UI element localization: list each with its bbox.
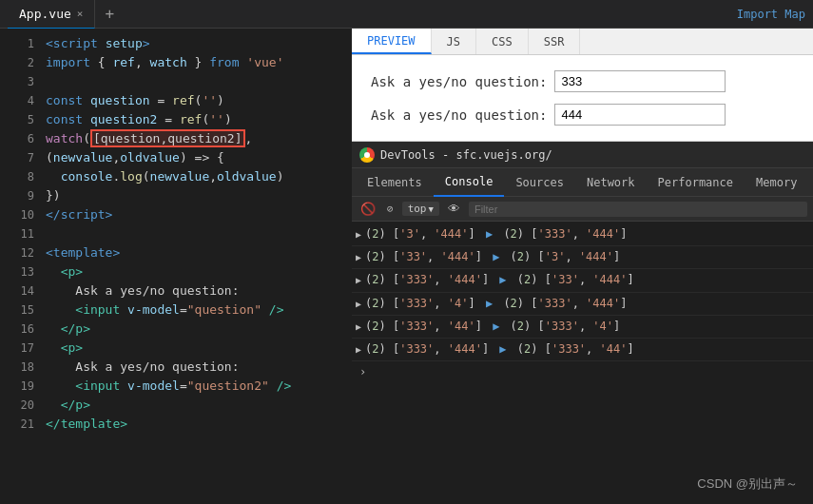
- line-num: 2: [8, 53, 34, 71]
- console-text: (2) ['33', '444'] ▶ (2) ['3', '444']: [365, 248, 620, 266]
- code-lines: 1 <script setup> 2 import { ref, watch }…: [0, 29, 352, 439]
- prompt-caret: ›: [359, 365, 366, 378]
- log-level-selector[interactable]: top ▼: [402, 202, 439, 216]
- devtools-title: DevTools - sfc.vuejs.org/: [380, 148, 552, 162]
- devtools-tab-memory[interactable]: Memory: [745, 168, 808, 197]
- line-num: 21: [8, 415, 34, 433]
- code-line: 2 import { ref, watch } from 'vue': [0, 53, 352, 72]
- console-line: ▶ (2) ['33', '444'] ▶ (2) ['3', '444']: [352, 246, 813, 269]
- console-filter-input[interactable]: [469, 202, 807, 217]
- import-map-button[interactable]: Import Map: [737, 8, 805, 21]
- line-num: 3: [8, 72, 34, 90]
- line-num: 7: [8, 148, 34, 166]
- tab-app-vue[interactable]: App.vue ×: [8, 0, 95, 29]
- devtools-tab-console[interactable]: Console: [434, 168, 505, 197]
- code-line: 10 </script>: [0, 205, 352, 224]
- expand-arrow[interactable]: ▶: [356, 271, 361, 288]
- devtools-console: ▶ (2) ['3', '444'] ▶ (2) ['333', '444'] …: [352, 222, 813, 439]
- right-panel: PREVIEW JS CSS SSR Ask a yes/no question…: [352, 29, 813, 439]
- line-num: 5: [8, 110, 34, 128]
- code-line: 1 <script setup>: [0, 34, 352, 53]
- watermark: CSDN @别出声～: [697, 475, 798, 493]
- line-num: 19: [8, 377, 34, 395]
- code-editor: 1 <script setup> 2 import { ref, watch }…: [0, 29, 352, 439]
- line-content: <p>: [46, 339, 83, 358]
- line-num: 18: [8, 358, 34, 376]
- code-line: 17 <p>: [0, 339, 352, 358]
- expand-arrow[interactable]: ▶: [356, 248, 361, 265]
- code-line: 15 <input v-model="question" />: [0, 300, 352, 320]
- line-content: </script>: [46, 205, 112, 224]
- line-content: </p>: [46, 320, 90, 339]
- line-num: 1: [8, 34, 34, 52]
- line-num: 16: [8, 320, 34, 338]
- chrome-icon: [359, 147, 375, 163]
- devtools-panel: DevTools - sfc.vuejs.org/ Elements Conso…: [352, 142, 813, 439]
- line-num: 14: [8, 281, 34, 300]
- line-content: console.log(newvalue,oldvalue): [46, 167, 284, 186]
- line-num: 8: [8, 167, 34, 185]
- level-label: top: [408, 203, 427, 215]
- tab-css[interactable]: CSS: [476, 29, 529, 54]
- expand-arrow[interactable]: ▶: [356, 340, 361, 358]
- eye-icon[interactable]: 👁: [445, 200, 463, 218]
- code-line: 21 </template>: [0, 415, 352, 434]
- question-input[interactable]: [554, 70, 726, 92]
- line-num: 12: [8, 243, 34, 262]
- devtools-tab-elements[interactable]: Elements: [356, 168, 434, 197]
- line-num: 20: [8, 396, 34, 414]
- code-line: 8 console.log(newvalue,oldvalue): [0, 167, 352, 186]
- line-num: 13: [8, 262, 34, 281]
- console-text: (2) ['3', '444'] ▶ (2) ['333', '444']: [365, 225, 627, 243]
- input-label-2: Ask a yes/no question:: [371, 107, 547, 123]
- devtools-tab-network[interactable]: Network: [575, 168, 647, 197]
- code-line: 12 <template>: [0, 243, 352, 262]
- console-text: (2) ['333', '4'] ▶ (2) ['333', '444']: [365, 295, 627, 313]
- console-line: ▶ (2) ['333', '44'] ▶ (2) ['333', '4']: [352, 316, 813, 339]
- tab-close-icon[interactable]: ×: [77, 8, 84, 20]
- code-line: 6 watch([question,question2],: [0, 129, 352, 148]
- console-text: (2) ['333', '44'] ▶ (2) ['333', '4']: [365, 318, 620, 336]
- expand-arrow[interactable]: ▶: [356, 295, 361, 312]
- code-line: 20 </p>: [0, 396, 352, 415]
- tab-js[interactable]: JS: [432, 29, 476, 54]
- code-line: 9 }): [0, 186, 352, 205]
- question2-input[interactable]: [554, 104, 726, 126]
- tab-preview[interactable]: PREVIEW: [352, 29, 432, 54]
- expand-arrow[interactable]: ▶: [356, 318, 361, 335]
- chevron-down-icon: ▼: [429, 204, 434, 214]
- code-line: 13 <p>: [0, 262, 352, 281]
- line-num: 9: [8, 186, 34, 204]
- line-content: [46, 224, 53, 243]
- input-label-1: Ask a yes/no question:: [371, 74, 547, 89]
- line-content: </template>: [46, 415, 127, 434]
- line-num: 6: [8, 129, 34, 147]
- line-content: const question2 = ref(''): [46, 110, 232, 129]
- tab-ssr[interactable]: SSR: [529, 29, 581, 54]
- line-num: 15: [8, 300, 34, 319]
- filter-icon[interactable]: ⊘: [384, 201, 397, 217]
- line-num: 17: [8, 339, 34, 357]
- code-line: 14 Ask a yes/no question:: [0, 281, 352, 300]
- line-content: Ask a yes/no question:: [46, 281, 240, 300]
- ban-icon[interactable]: 🚫: [358, 200, 378, 218]
- code-line: 16 </p>: [0, 320, 352, 339]
- top-bar: App.vue × + Import Map: [0, 0, 813, 29]
- devtools-titlebar: DevTools - sfc.vuejs.org/: [352, 142, 813, 168]
- devtools-tabs: Elements Console Sources Network Perform…: [352, 168, 813, 197]
- line-content: (newvalue,oldvalue) => {: [46, 148, 224, 167]
- console-text: (2) ['333', '444'] ▶ (2) ['333', '44']: [365, 340, 634, 359]
- tab-filename: App.vue: [19, 7, 71, 21]
- devtools-tab-sources[interactable]: Sources: [504, 168, 575, 197]
- line-content: <input v-model="question2" />: [46, 377, 291, 396]
- code-line: 18 Ask a yes/no question:: [0, 358, 352, 377]
- expand-arrow[interactable]: ▶: [356, 225, 361, 242]
- line-content: <p>: [46, 262, 83, 281]
- input-row-2: Ask a yes/no question:: [371, 104, 794, 126]
- line-content: watch([question,question2],: [46, 129, 252, 148]
- line-content: import { ref, watch } from 'vue': [46, 53, 284, 72]
- code-line: 4 const question = ref(''): [0, 91, 352, 110]
- devtools-tab-performance[interactable]: Performance: [647, 168, 745, 197]
- tab-add-button[interactable]: +: [95, 5, 124, 23]
- input-row-1: Ask a yes/no question:: [371, 70, 794, 92]
